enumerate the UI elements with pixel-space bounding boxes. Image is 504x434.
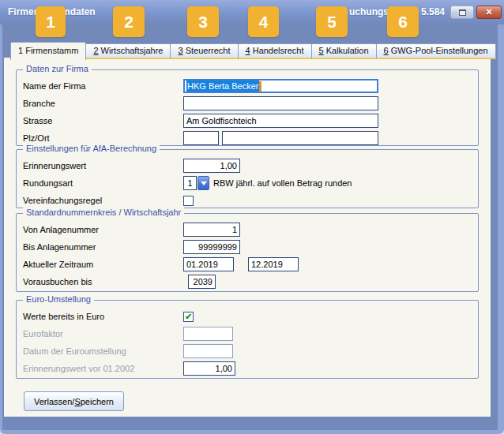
chevron-down-icon	[201, 181, 207, 185]
erinnerungswert-input[interactable]: 1,00	[183, 159, 240, 173]
restore-button[interactable]	[450, 6, 474, 19]
firmenstamm-panel: Daten zur Firma Name der Firma HKG Berta…	[4, 58, 491, 417]
form-row: Eurofaktor	[17, 325, 478, 342]
group-euro-umstellung: Euro-Umstellung Werte bereits in Euro ✔ …	[16, 300, 479, 379]
form-row: Name der Firma HKG Berta Becker	[17, 77, 478, 95]
werte-bereits-in-euro-checkbox[interactable]: ✔	[183, 312, 194, 322]
group-legend: Daten zur Firma	[23, 64, 92, 73]
tab-handelsrecht[interactable]: 4 Handelsrecht	[238, 43, 312, 59]
von-anlagenummer-input[interactable]: 1	[183, 223, 240, 237]
plz-input[interactable]	[183, 131, 219, 145]
tab-label: GWG-Pool-Einstellungen	[389, 46, 488, 55]
group-nummernkreis-wirtschaftsjahr: Standardnummernkreis / Wirtschaftsjahr V…	[16, 213, 479, 292]
title-version-number: 5.584	[421, 6, 445, 17]
tab-label: Handelsrecht	[250, 46, 304, 55]
annotation-badge-1: 1	[36, 6, 66, 37]
vereinfachungsregel-label: Vereinfachungsregel	[23, 196, 183, 205]
datum-euroumstellung-label: Datum der Euroumstellung	[23, 346, 183, 356]
tab-label: Steuerrecht	[183, 46, 231, 55]
selected-text: HKG Berta Becker	[186, 80, 259, 92]
werte-bereits-in-euro-label: Werte bereits in Euro	[23, 312, 183, 321]
branche-label: Branche	[23, 99, 183, 108]
tab-label: Wirtschaftsjahre	[99, 46, 164, 55]
datum-euroumstellung-input[interactable]	[183, 344, 233, 358]
title-right-fragment: uchungs	[349, 6, 389, 17]
form-row: Von Anlagenummer 1	[17, 221, 478, 238]
close-button[interactable]: ✕	[476, 6, 502, 19]
strasse-label: Strasse	[23, 116, 183, 125]
tab-steuerrecht[interactable]: 3 Steuerrecht	[170, 43, 238, 59]
form-row: Strasse Am Goldfischteich	[17, 112, 478, 129]
form-row: Branche	[17, 95, 478, 112]
form-row: Rundungsart 1 RBW jährl. auf vollen Betr…	[17, 174, 478, 192]
annotation-badge-2: 2	[113, 6, 145, 37]
vereinfachungsregel-checkbox[interactable]	[183, 196, 194, 206]
plz-ort-label: Plz/Ort	[23, 133, 183, 143]
bis-anlagenummer-input[interactable]: 99999999	[183, 240, 240, 254]
eurofaktor-label: Eurofaktor	[23, 329, 183, 339]
tab-wirtschaftsjahre[interactable]: 2 Wirtschaftsjahre	[85, 43, 171, 59]
form-row: Werte bereits in Euro ✔	[17, 308, 478, 325]
eurofaktor-input[interactable]	[183, 327, 233, 341]
name-der-firma-input[interactable]: HKG Berta Becker	[183, 79, 378, 93]
form-row: Bis Anlagenummer 99999999	[17, 238, 478, 256]
group-daten-zur-firma: Daten zur Firma Name der Firma HKG Berta…	[16, 69, 479, 146]
tab-strip: 1 Firmenstamm 2 Wirtschaftsjahre 3 Steue…	[10, 42, 495, 59]
vorausbuchen-bis-input[interactable]: 2039	[188, 275, 216, 289]
button-label-part: Verlassen/	[34, 397, 74, 406]
form-row: Datum der Euroumstellung	[17, 342, 478, 360]
group-legend: Einstellungen für AfA-Berechnung	[23, 144, 160, 153]
group-legend: Standardnummernkreis / Wirtschaftsjahr	[23, 208, 184, 217]
application-window: Firmenstammdaten uchungs 5.584 ✕ 1 Firme…	[0, 0, 504, 434]
form-row: Erinnerungswert vor 01.2002 1,00	[17, 360, 478, 377]
annotation-badge-3: 3	[187, 6, 219, 37]
rundungsart-description: RBW jährl. auf vollen Betrag runden	[213, 178, 352, 188]
rundungsart-label: Rundungsart	[23, 178, 183, 188]
von-anlagenummer-label: Von Anlagenummer	[23, 225, 183, 234]
group-afa-berechnung: Einstellungen für AfA-Berechnung Erinner…	[16, 149, 479, 208]
form-row: Vorausbuchen bis 2039	[17, 273, 478, 290]
tab-kalkulation[interactable]: 5 Kalkulation	[311, 43, 377, 59]
erinnerungswert-label: Erinnerungswert	[23, 161, 183, 170]
form-row: Vereinfachungsregel	[17, 192, 478, 209]
zeitraum-bis-input[interactable]: 12.2019	[248, 257, 299, 271]
form-row: Aktueller Zeitraum 01.2019 12.2019	[17, 256, 478, 273]
branche-input[interactable]	[183, 96, 378, 110]
erinnerungswert-vor-2002-label: Erinnerungswert vor 01.2002	[23, 364, 183, 373]
tab-firmenstamm[interactable]: 1 Firmenstamm	[10, 42, 86, 60]
button-mnemonic: S	[74, 397, 80, 406]
tab-gwg-pool-einstellungen[interactable]: 6 GWG-Pool-Einstellungen	[376, 43, 496, 59]
aktueller-zeitraum-label: Aktueller Zeitraum	[23, 260, 183, 269]
verlassen-speichern-button[interactable]: Verlassen/Speichern	[24, 391, 124, 411]
rundungsart-dropdown-button[interactable]	[197, 176, 209, 190]
zeitraum-von-input[interactable]: 01.2019	[183, 257, 234, 271]
tab-label: Kalkulation	[324, 46, 369, 55]
restore-icon	[459, 9, 466, 16]
bis-anlagenummer-label: Bis Anlagenummer	[23, 242, 183, 252]
form-row: Erinnerungswert 1,00	[17, 157, 478, 174]
annotation-badge-6: 6	[387, 6, 419, 37]
group-legend: Euro-Umstellung	[23, 294, 94, 304]
tab-label: Firmenstamm	[23, 46, 78, 55]
strasse-input[interactable]: Am Goldfischteich	[183, 114, 378, 128]
button-label-part: peichern	[81, 397, 114, 406]
close-icon: ✕	[485, 8, 492, 17]
rundungsart-value[interactable]: 1	[183, 176, 197, 190]
text-caret	[259, 81, 261, 92]
annotation-badge-4: 4	[248, 6, 279, 37]
ort-input[interactable]	[222, 131, 378, 145]
annotation-badge-5: 5	[316, 6, 348, 37]
name-der-firma-label: Name der Firma	[23, 81, 183, 91]
vorausbuchen-bis-label: Vorausbuchen bis	[23, 277, 183, 286]
erinnerungswert-vor-2002-input[interactable]: 1,00	[183, 361, 235, 376]
rundungsart-combobox[interactable]: 1	[183, 176, 209, 190]
